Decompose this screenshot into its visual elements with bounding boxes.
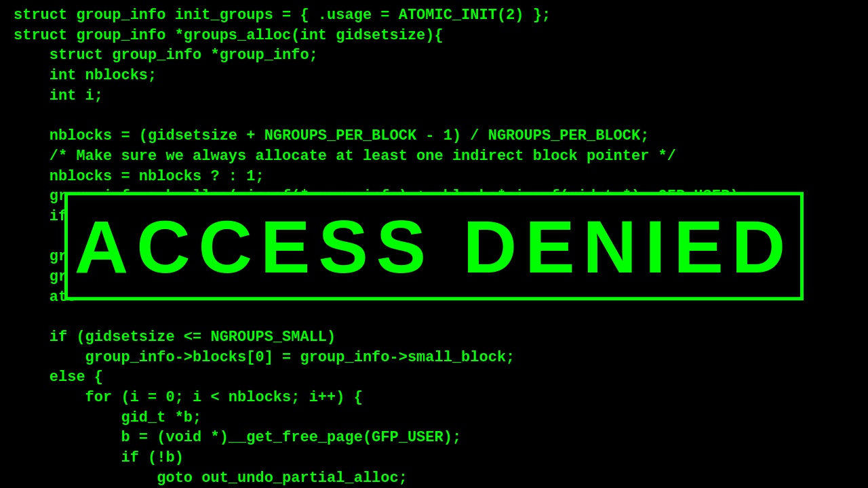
access-denied-banner: ACCESS DENIED [64,192,804,300]
access-denied-text: ACCESS DENIED [75,203,794,289]
